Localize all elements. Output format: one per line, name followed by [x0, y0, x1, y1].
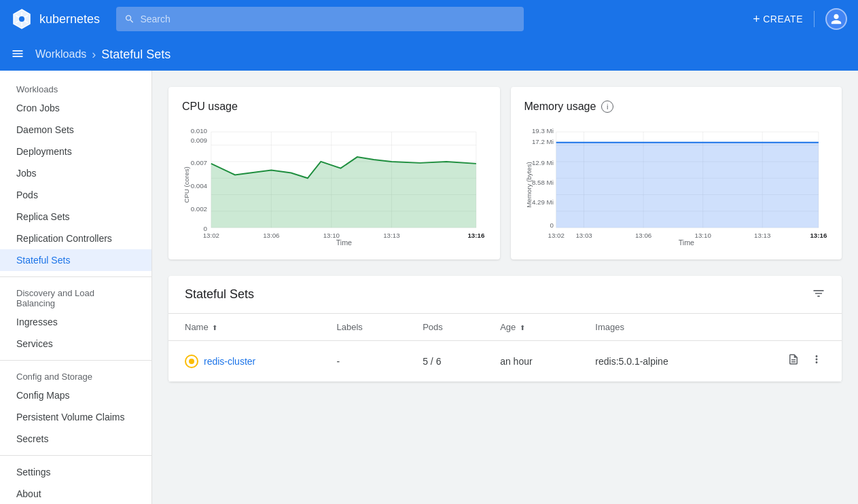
cpu-chart-card: CPU usage 0.010 0.009 0.007 0.004 0.002 …	[168, 87, 500, 259]
memory-chart-svg: 19.3 Mi 17.2 Mi 12.9 Mi 8.58 Mi 4.29 Mi …	[524, 124, 829, 246]
breadcrumb-current: Stateful Sets	[101, 48, 171, 62]
sidebar-item-services[interactable]: Services	[0, 333, 151, 355]
breadcrumb-bar: Workloads › Stateful Sets	[0, 38, 858, 71]
page-layout: Workloads Cron Jobs Daemon Sets Deployme…	[0, 71, 858, 398]
svg-text:0.007: 0.007	[191, 159, 207, 166]
sidebar-item-stateful-sets[interactable]: Stateful Sets	[0, 249, 151, 271]
svg-text:13:02: 13:02	[548, 232, 564, 239]
svg-text:13:06: 13:06	[634, 232, 651, 239]
cell-pods: 5 / 6	[406, 341, 484, 382]
status-warning-icon	[185, 355, 198, 368]
sidebar-item-pods[interactable]: Pods	[0, 184, 151, 206]
search-input[interactable]	[140, 14, 516, 24]
navbar-divider	[814, 11, 815, 27]
cell-age: an hour	[484, 341, 579, 382]
svg-text:13:16: 13:16	[810, 232, 827, 239]
sidebar-item-ingresses[interactable]: Ingresses	[0, 311, 151, 333]
charts-row: CPU usage 0.010 0.009 0.007 0.004 0.002 …	[168, 87, 842, 259]
sidebar-item-replica-sets[interactable]: Replica Sets	[0, 206, 151, 228]
account-avatar[interactable]	[825, 8, 847, 30]
row-actions	[750, 350, 825, 372]
create-button[interactable]: + CREATE	[753, 12, 803, 26]
sidebar-item-cron-jobs[interactable]: Cron Jobs	[0, 97, 151, 119]
memory-chart-card: Memory usage i 19.3 Mi 17.2 Mi 12.9 Mi 8…	[511, 87, 842, 259]
filter-icon	[812, 287, 825, 300]
svg-text:13:16: 13:16	[467, 232, 484, 239]
sidebar: Workloads Cron Jobs Daemon Sets Deployme…	[0, 71, 152, 398]
main-content: CPU usage 0.010 0.009 0.007 0.004 0.002 …	[152, 71, 858, 398]
cpu-chart-title: CPU usage	[182, 101, 486, 113]
table-title: Stateful Sets	[185, 287, 254, 302]
svg-text:0.004: 0.004	[191, 182, 208, 190]
stateful-sets-table-card: Stateful Sets Name ⬆ Labels	[168, 276, 842, 382]
sidebar-divider-1	[0, 276, 151, 277]
more-vert-icon	[810, 353, 823, 365]
logs-icon	[787, 353, 800, 365]
redis-cluster-link[interactable]: redis-cluster	[204, 356, 255, 367]
config-section-label: Config and Storage	[0, 366, 151, 384]
logo-text: kubernetes	[39, 12, 100, 26]
svg-text:19.3 Mi: 19.3 Mi	[531, 127, 553, 134]
svg-point-2	[19, 16, 24, 22]
stateful-sets-table: Name ⬆ Labels Pods Age ⬆	[168, 314, 842, 382]
breadcrumb-separator: ›	[92, 48, 96, 62]
hamburger-icon	[11, 47, 24, 60]
svg-text:8.58 Mi: 8.58 Mi	[531, 179, 553, 186]
svg-text:CPU (cores): CPU (cores)	[183, 166, 190, 202]
sidebar-divider-2	[0, 360, 151, 361]
navbar-right: + CREATE	[753, 8, 847, 30]
sidebar-item-replication-controllers[interactable]: Replication Controllers	[0, 228, 151, 249]
svg-text:13:03: 13:03	[575, 232, 592, 239]
col-pods: Pods	[406, 314, 484, 341]
search-icon	[124, 14, 135, 24]
svg-text:4.29 Mi: 4.29 Mi	[531, 198, 553, 206]
svg-text:0.002: 0.002	[191, 205, 207, 213]
view-logs-button[interactable]	[785, 350, 802, 372]
sidebar-item-config-maps[interactable]: Config Maps	[0, 384, 151, 398]
col-images: Images	[579, 314, 734, 341]
discovery-section-label: Discovery and Load Balancing	[0, 283, 151, 311]
more-actions-button[interactable]	[808, 350, 825, 372]
svg-text:13:10: 13:10	[323, 232, 340, 239]
filter-button[interactable]	[812, 287, 825, 302]
svg-text:13:13: 13:13	[754, 232, 770, 239]
col-labels: Labels	[320, 314, 406, 341]
cell-actions	[734, 341, 842, 382]
col-age[interactable]: Age ⬆	[484, 314, 579, 341]
cell-labels: -	[320, 341, 406, 382]
svg-text:Memory (bytes): Memory (bytes)	[524, 162, 532, 208]
navbar: kubernetes + CREATE	[0, 0, 858, 38]
svg-text:Time: Time	[678, 239, 694, 247]
hamburger-menu[interactable]	[11, 47, 24, 62]
svg-text:12.9 Mi: 12.9 Mi	[531, 159, 553, 166]
svg-text:13:10: 13:10	[694, 232, 711, 239]
svg-text:13:02: 13:02	[203, 232, 219, 239]
cpu-chart-svg: 0.010 0.009 0.007 0.004 0.002 0 CPU (cor…	[182, 124, 486, 246]
svg-text:Time: Time	[336, 239, 352, 247]
memory-chart-title: Memory usage i	[524, 101, 829, 113]
age-sort-icon: ⬆	[520, 324, 525, 331]
col-name[interactable]: Name ⬆	[168, 314, 320, 341]
account-icon	[830, 13, 842, 25]
logo[interactable]: kubernetes	[11, 8, 100, 30]
sidebar-item-deployments[interactable]: Deployments	[0, 141, 151, 162]
name-sort-icon: ⬆	[212, 324, 217, 331]
memory-chart-area: 19.3 Mi 17.2 Mi 12.9 Mi 8.58 Mi 4.29 Mi …	[524, 124, 829, 246]
svg-text:13:13: 13:13	[383, 232, 399, 239]
search-box[interactable]	[116, 7, 524, 31]
svg-text:0.010: 0.010	[191, 127, 208, 134]
col-actions	[734, 314, 842, 341]
info-icon[interactable]: i	[601, 101, 613, 113]
sidebar-item-daemon-sets[interactable]: Daemon Sets	[0, 119, 151, 141]
svg-text:17.2 Mi: 17.2 Mi	[531, 138, 553, 145]
workloads-section-label: Workloads	[0, 79, 151, 97]
svg-text:0: 0	[550, 221, 554, 229]
cell-images: redis:5.0.1-alpine	[579, 341, 734, 382]
sidebar-item-jobs[interactable]: Jobs	[0, 162, 151, 184]
cpu-chart-area: 0.010 0.009 0.007 0.004 0.002 0 CPU (cor…	[182, 124, 486, 246]
kubernetes-logo-icon	[11, 8, 33, 30]
breadcrumb-workloads[interactable]: Workloads	[35, 48, 86, 60]
svg-text:0.009: 0.009	[191, 137, 207, 144]
cell-name: redis-cluster	[168, 341, 320, 382]
table-row: redis-cluster - 5 / 6 an hour redis:5.0.…	[168, 341, 842, 382]
